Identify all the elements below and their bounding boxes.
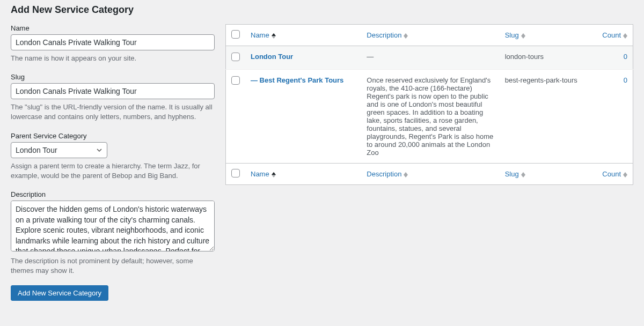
submit-button[interactable]: Add New Service Category <box>11 285 108 301</box>
terms-table-wrap: Name Description Slug Count London Tour … <box>225 24 633 301</box>
sort-icon <box>623 33 627 39</box>
select-all-bottom[interactable] <box>231 169 240 177</box>
table-row: — Best Regent's Park Tours Once reserved… <box>226 70 633 164</box>
sort-icon <box>521 172 525 177</box>
row-count-link[interactable]: 0 <box>624 53 627 61</box>
col-name-sort-bottom[interactable]: Name <box>251 170 276 178</box>
row-name-link[interactable]: — Best Regent's Park Tours <box>251 76 343 84</box>
col-count-sort-bottom[interactable]: Count <box>602 170 627 178</box>
description-help: The description is not prominent by defa… <box>11 256 215 276</box>
sort-icon <box>404 33 408 39</box>
row-count-link[interactable]: 0 <box>624 76 627 84</box>
parent-field-wrap: Parent Service Category London Tour Assi… <box>11 132 215 181</box>
parent-label: Parent Service Category <box>11 132 215 140</box>
col-count-sort[interactable]: Count <box>602 31 627 39</box>
row-slug: best-regents-park-tours <box>500 70 593 164</box>
parent-help: Assign a parent term to create a hierarc… <box>11 161 215 181</box>
name-field-wrap: Name The name is how it appears on your … <box>11 24 215 63</box>
parent-select[interactable]: London Tour <box>11 142 107 158</box>
row-description: — <box>361 46 499 70</box>
page-title: Add New Service Category <box>11 0 633 24</box>
row-description: Once reserved exclusively for England's … <box>361 70 499 164</box>
sort-icon <box>521 33 525 39</box>
sort-icon <box>623 172 627 177</box>
name-help: The name is how it appears on your site. <box>11 54 215 63</box>
sort-icon <box>404 172 408 177</box>
table-row: London Tour — london-tours 0 <box>226 46 633 70</box>
row-name-link[interactable]: London Tour <box>251 53 293 61</box>
name-label: Name <box>11 24 215 32</box>
col-slug-sort[interactable]: Slug <box>505 31 525 39</box>
row-checkbox[interactable] <box>231 76 240 85</box>
slug-label: Slug <box>11 73 215 81</box>
select-all-top[interactable] <box>231 30 240 39</box>
col-description-sort[interactable]: Description <box>367 31 408 39</box>
row-slug: london-tours <box>500 46 593 70</box>
slug-help: The "slug" is the URL-friendly version o… <box>11 102 215 122</box>
col-name-sort[interactable]: Name <box>251 31 276 39</box>
terms-table: Name Description Slug Count London Tour … <box>225 24 633 185</box>
sort-icon <box>272 172 276 177</box>
main-layout: Name The name is how it appears on your … <box>11 24 633 301</box>
description-label: Description <box>11 190 215 198</box>
row-checkbox[interactable] <box>231 53 240 61</box>
sort-icon <box>272 33 276 39</box>
col-description-sort-bottom[interactable]: Description <box>367 170 408 178</box>
description-field-wrap: Description Discover the hidden gems of … <box>11 190 215 276</box>
description-textarea[interactable]: Discover the hidden gems of London's his… <box>11 201 215 251</box>
add-form: Name The name is how it appears on your … <box>11 24 215 301</box>
col-slug-sort-bottom[interactable]: Slug <box>505 170 525 178</box>
slug-field-wrap: Slug The "slug" is the URL-friendly vers… <box>11 73 215 122</box>
name-input[interactable] <box>11 34 215 50</box>
slug-input[interactable] <box>11 83 215 99</box>
